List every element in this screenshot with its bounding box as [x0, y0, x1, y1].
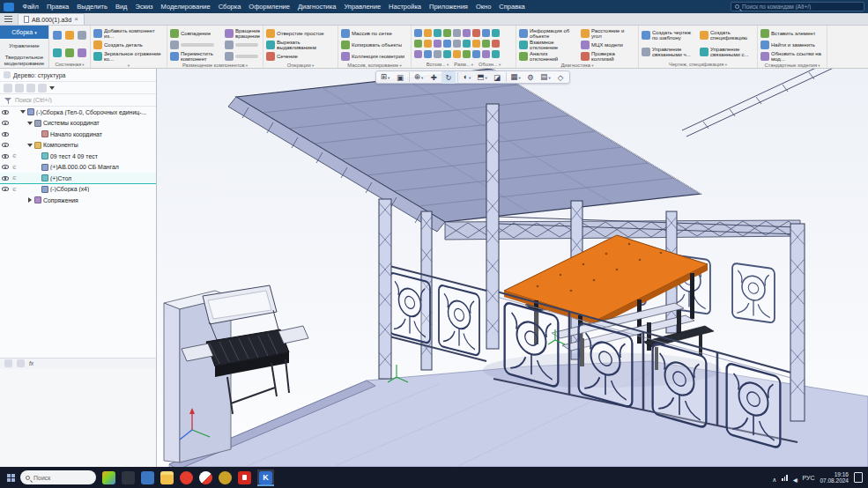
menu-manage[interactable]: Управление — [340, 3, 385, 11]
tree-layout-icon[interactable] — [4, 359, 12, 367]
manage-linked-drawings-button[interactable]: Управление связанными ч... — [642, 46, 696, 57]
expander-open-icon[interactable] — [27, 144, 33, 147]
taskbar-icon-video-app[interactable] — [238, 471, 251, 484]
aux-tool-icon[interactable] — [472, 29, 480, 37]
deviation-analysis-button[interactable]: Анализ отклонений — [519, 50, 577, 62]
tree-item-mates[interactable]: Сопряжения — [0, 195, 156, 206]
add-component-button[interactable]: Добавить компонент из... — [93, 27, 164, 39]
update-links-button[interactable]: Обновить ссылки на мод... — [760, 50, 824, 62]
group-label-placement[interactable]: Размещение компонентов — [170, 62, 260, 68]
rotation-rotation-button[interactable]: Вращение-вращение — [225, 27, 260, 39]
command-search-input[interactable] — [742, 4, 857, 10]
left-railing[interactable] — [382, 264, 486, 361]
tree-item-components[interactable]: Компоненты — [0, 140, 156, 152]
section-view-icon[interactable]: ◪ — [490, 71, 504, 84]
taskbar-icon-music-app[interactable] — [219, 471, 232, 484]
taskbar-search-input[interactable] — [33, 475, 83, 481]
menu-sketch[interactable]: Эскиз — [131, 3, 157, 11]
tree-filter-icon[interactable] — [26, 84, 35, 92]
visibility-eye-icon[interactable] — [2, 176, 9, 181]
mode-tab-solid-modeling[interactable]: Твердотельное моделирование — [0, 54, 48, 69]
tree-mode-icon[interactable] — [4, 71, 11, 78]
menu-layout[interactable]: Оформление — [245, 3, 294, 11]
selection-filter-icon[interactable]: ▣ — [393, 71, 407, 84]
fx-variables-icon[interactable]: fx — [29, 360, 33, 366]
taskbar-clock[interactable]: 19:16 07.08.2024 — [820, 471, 849, 484]
insert-element-button[interactable]: Вставить элемент — [760, 27, 824, 39]
3d-viewport[interactable]: ⊞ ▣ ⊕ ✚ ↻ ◐ ⬒ ◪ ▦ ⚙ ▤ ◇ — [157, 69, 868, 467]
extra-tools-icon[interactable]: ◇ — [553, 71, 568, 84]
group-label-dimensions[interactable]: Разм... — [454, 60, 473, 68]
copy-objects-button[interactable]: Копировать объекты — [341, 39, 408, 50]
menu-help[interactable]: Справка — [495, 3, 529, 11]
open-icon[interactable] — [53, 31, 62, 40]
grid-array-button[interactable]: Массив по сетке — [341, 27, 408, 39]
mode-tab-management[interactable]: Управление — [0, 39, 48, 54]
dimension-tool-icon[interactable] — [472, 40, 480, 48]
taskbar-icon-mascot-app[interactable] — [102, 471, 115, 484]
group-label-standard[interactable]: Стандартные изделия — [760, 62, 824, 68]
group-label-notations[interactable]: Обозн... — [479, 60, 501, 68]
group-label-auxiliary[interactable]: Вспом... — [427, 60, 449, 68]
redo-icon[interactable] — [65, 48, 74, 57]
coincidence-button[interactable]: Совпадение — [170, 27, 221, 39]
aux-tool-icon[interactable] — [443, 29, 451, 37]
notation-tool-icon[interactable] — [472, 50, 480, 58]
mode-tab-assembly[interactable]: Сборка — [0, 26, 48, 39]
dimension-tool-icon[interactable] — [434, 40, 441, 48]
simple-hole-button[interactable]: Отверстие простое — [266, 27, 335, 39]
distance-angle-button[interactable]: Расстояние и угол — [581, 27, 635, 39]
aux-tool-icon[interactable] — [453, 29, 461, 37]
tree-layers-icon[interactable] — [17, 359, 25, 367]
snap-settings-icon[interactable]: ⊞ — [378, 70, 392, 85]
tree-search-input[interactable] — [15, 97, 121, 103]
zoom-tools-icon[interactable]: ⊕ — [412, 70, 426, 85]
tree-item-origin[interactable]: Начало координат — [0, 129, 156, 140]
tree-item-subassembly[interactable]: Є (-)Сборка (х4) — [0, 184, 156, 196]
create-spec-button[interactable]: Создать спецификацию — [700, 30, 754, 41]
display-style-icon[interactable]: ◐ — [460, 70, 474, 85]
aux-tool-icon[interactable] — [492, 29, 500, 37]
visibility-eye-icon[interactable] — [2, 110, 9, 115]
create-drawing-button[interactable]: Создать чертеж по шаблону — [642, 30, 696, 41]
orientation-icon[interactable]: ⬒ — [475, 70, 489, 85]
dimension-tool-icon[interactable] — [424, 40, 432, 48]
hide-objects-icon[interactable]: ▦ — [508, 70, 523, 85]
notation-tool-icon[interactable] — [453, 50, 461, 58]
tree-item-mangal-assembly[interactable]: Є (+)АВ.000.00 СБ Мангал — [0, 162, 156, 174]
visibility-eye-icon[interactable] — [2, 132, 9, 137]
mutual-deviation-button[interactable]: Взаимное отклонение — [519, 39, 577, 50]
tree-history-view-icon[interactable] — [15, 84, 24, 92]
undo-icon[interactable] — [53, 48, 62, 57]
menu-settings[interactable]: Настройка — [385, 3, 426, 11]
tree-search[interactable] — [0, 94, 156, 107]
taskbar-icon-mail-app[interactable] — [141, 471, 154, 484]
hidden-icons-chevron-icon[interactable] — [772, 470, 776, 485]
notation-tool-icon[interactable] — [414, 50, 422, 58]
group-label-diagnostics[interactable]: Диагностика — [519, 62, 635, 68]
taskbar-icon-kompas-active[interactable] — [259, 471, 272, 484]
tree-settings-icon[interactable] — [38, 84, 47, 92]
notation-tool-icon[interactable] — [443, 50, 451, 58]
notation-tool-icon[interactable] — [434, 50, 441, 58]
find-replace-button[interactable]: Найти и заменить — [760, 39, 824, 50]
aux-tool-icon[interactable] — [482, 29, 490, 37]
properties-icon[interactable] — [78, 48, 86, 57]
dimension-tool-icon[interactable] — [453, 40, 461, 48]
group-label-system[interactable]: Системная — [52, 60, 87, 68]
roof-ridge-beam[interactable] — [682, 69, 849, 137]
visibility-eye-icon[interactable] — [2, 165, 9, 169]
aux-tool-icon[interactable] — [424, 29, 432, 37]
mass-properties-button[interactable]: МЦХ модели — [581, 39, 635, 50]
collision-check-button[interactable]: Проверка коллизий — [581, 50, 635, 62]
dimension-tool-icon[interactable] — [443, 40, 451, 48]
aux-tool-icon[interactable] — [434, 29, 441, 37]
notation-tool-icon[interactable] — [463, 50, 471, 58]
tab-list-icon[interactable] — [4, 16, 12, 22]
aux-tool-icon[interactable] — [414, 29, 422, 37]
menu-view[interactable]: Вид — [111, 3, 131, 11]
taskbar-icon-yandex[interactable] — [199, 471, 212, 484]
workplanes-icon[interactable]: ▤ — [538, 70, 553, 85]
move-component-button[interactable]: Переместить компонент — [170, 50, 221, 62]
network-icon[interactable] — [782, 475, 788, 481]
